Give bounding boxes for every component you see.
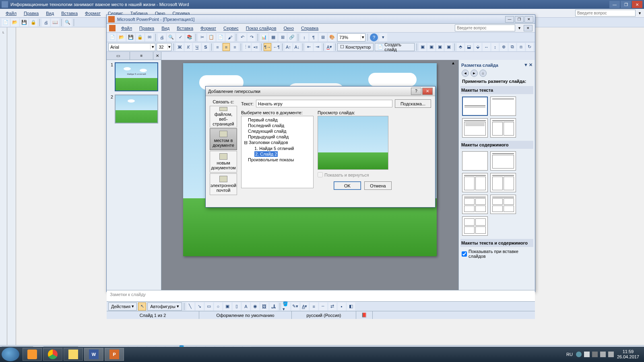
- word-ask-dropdown[interactable]: ▼: [638, 11, 642, 15]
- pp-font-color-icon-2[interactable]: A▾: [301, 302, 309, 311]
- tree-slide-2[interactable]: 2. Слайд 2: [254, 151, 278, 157]
- pp-line-icon[interactable]: ╲: [186, 302, 194, 311]
- word-minimize-button[interactable]: —: [609, 1, 620, 8]
- pp-minimize-button[interactable]: —: [505, 16, 514, 23]
- layout-content-3[interactable]: [490, 173, 516, 192]
- pp-font-color-icon[interactable]: A▾: [326, 43, 333, 51]
- pp-increase-font-icon[interactable]: A↑: [285, 43, 292, 51]
- word-maximize-button[interactable]: ❐: [621, 1, 631, 8]
- pp-menu-format[interactable]: Формат: [197, 25, 219, 31]
- pp-menu-view[interactable]: Вид: [158, 25, 173, 31]
- pp-anim2-icon[interactable]: ▣: [427, 43, 435, 51]
- pp-decrease-font-icon[interactable]: A↓: [293, 43, 301, 51]
- word-close-button[interactable]: ✕: [632, 1, 642, 8]
- pp-research-icon[interactable]: 📚: [186, 33, 194, 41]
- pp-font-combo[interactable]: ▾: [108, 43, 155, 51]
- research-icon[interactable]: 🔍: [64, 19, 72, 27]
- pp-ltr-icon[interactable]: ¶→: [264, 43, 271, 51]
- pp-align-t-icon[interactable]: ⬘: [457, 43, 464, 51]
- pp-spell-icon[interactable]: ✓: [176, 33, 184, 41]
- read-icon[interactable]: 📖: [51, 19, 59, 27]
- pp-hyperlink-icon[interactable]: 🔗: [288, 33, 296, 41]
- tray-clock[interactable]: 11:59 26.04.2017: [617, 349, 639, 360]
- layout-content-6[interactable]: [462, 216, 488, 236]
- pp-tab-slides[interactable]: ▭: [107, 52, 130, 60]
- panel-back-icon[interactable]: ◄: [462, 70, 469, 77]
- pp-color-icon[interactable]: 🎨: [328, 33, 336, 41]
- pp-center-icon[interactable]: ⊕: [500, 43, 508, 51]
- pp-chart-icon[interactable]: 📊: [260, 33, 268, 41]
- pp-align-right-icon[interactable]: ≡: [231, 43, 239, 51]
- hint-button[interactable]: Подсказка...: [395, 99, 431, 108]
- pp-new-slide-button[interactable]: 📄Создать слайд: [375, 43, 415, 51]
- pp-help-icon[interactable]: ?: [370, 33, 378, 41]
- permission-icon[interactable]: 🔒: [29, 19, 37, 27]
- pp-vtext-icon[interactable]: ▯: [233, 302, 241, 311]
- word-menu-format[interactable]: Формат: [82, 10, 104, 16]
- pp-save-icon[interactable]: 💾: [127, 33, 135, 41]
- open-icon[interactable]: 📂: [11, 19, 19, 27]
- pp-design-button[interactable]: ☐Конструктор: [337, 43, 374, 51]
- pp-permission-icon[interactable]: 🔒: [136, 33, 144, 41]
- place-tree[interactable]: Первый слайд Последний слайд Следующий с…: [241, 116, 314, 188]
- layout-title-text[interactable]: [462, 118, 488, 138]
- pp-increase-indent-icon[interactable]: ⇥: [314, 43, 322, 51]
- save-icon[interactable]: 💾: [20, 19, 28, 27]
- link-email-option[interactable]: электронной почтой: [210, 173, 237, 195]
- task-explorer[interactable]: [64, 348, 83, 361]
- slide-thumb-2[interactable]: [115, 95, 158, 123]
- pp-select-icon[interactable]: ↖: [138, 302, 146, 311]
- tree-prev-slide[interactable]: Предыдущий слайд: [242, 134, 312, 140]
- dialog-close-button[interactable]: ✕: [422, 88, 433, 95]
- tray-help-icon[interactable]: [576, 352, 582, 357]
- tray-network-icon[interactable]: [600, 352, 606, 357]
- layout-blank[interactable]: [462, 151, 488, 171]
- task-chrome[interactable]: [43, 348, 62, 361]
- word-menu-file[interactable]: Файл: [2, 10, 20, 16]
- pp-bullets-icon[interactable]: •≡: [252, 43, 260, 51]
- tree-first-slide[interactable]: Первый слайд: [242, 117, 312, 123]
- tree-titles[interactable]: ⊟ Заголовки слайдов: [242, 140, 312, 146]
- new-doc-icon[interactable]: 📄: [2, 19, 10, 27]
- pp-group-icon[interactable]: ⧉: [509, 43, 516, 51]
- pp-zoom-combo[interactable]: ▾: [337, 33, 365, 41]
- pp-line-color-icon[interactable]: ✎▾: [291, 302, 299, 311]
- pp-cut-icon[interactable]: ✂: [198, 33, 206, 41]
- pp-undo-icon[interactable]: ↶: [238, 33, 246, 41]
- pp-email-icon[interactable]: ✉: [145, 33, 153, 41]
- pp-restore-button[interactable]: ❐: [515, 16, 524, 23]
- ok-button[interactable]: OK: [334, 181, 361, 190]
- pp-menu-window[interactable]: Окно: [281, 25, 297, 31]
- layout-two-text[interactable]: [490, 118, 516, 138]
- layout-title-only[interactable]: [490, 97, 516, 116]
- pp-arrow-icon[interactable]: ↘: [196, 302, 204, 311]
- word-ask-input[interactable]: [575, 10, 636, 16]
- pp-ungroup-icon[interactable]: ⧈: [517, 43, 525, 51]
- word-menu-insert[interactable]: Вставка: [58, 10, 81, 16]
- pp-autoshapes-menu[interactable]: Автофигуры▾: [147, 302, 182, 311]
- cancel-button[interactable]: Отмена: [364, 181, 392, 190]
- tree-next-slide[interactable]: Следующий слайд: [242, 128, 312, 134]
- pp-line-style-icon[interactable]: ≡: [310, 302, 318, 311]
- layout-content-2[interactable]: [462, 173, 488, 192]
- tree-slide-1[interactable]: 1. Найди 5 отличий: [242, 146, 312, 151]
- pp-show-format-icon[interactable]: ¶: [310, 33, 318, 41]
- tray-flag-icon[interactable]: [592, 352, 598, 357]
- pp-wordart-icon[interactable]: A: [242, 302, 250, 311]
- pp-menu-edit[interactable]: Правка: [136, 25, 157, 31]
- pp-table-icon[interactable]: ▦: [269, 33, 277, 41]
- tray-volume-icon[interactable]: [608, 352, 614, 357]
- pp-dist-v-icon[interactable]: ↕: [491, 43, 499, 51]
- pp-anim3-icon[interactable]: ▣: [436, 43, 444, 51]
- pp-size-combo[interactable]: ▾: [157, 43, 171, 51]
- pp-redo-icon[interactable]: ↷: [248, 33, 256, 41]
- pp-size-input[interactable]: [157, 45, 167, 49]
- link-newdoc-option[interactable]: новым документом: [210, 151, 237, 173]
- pp-doc-close-button[interactable]: ✕: [524, 25, 533, 31]
- pp-menu-insert[interactable]: Вставка: [173, 25, 196, 31]
- pp-toolbar-options-icon[interactable]: ▾: [379, 33, 387, 41]
- pp-expand-icon[interactable]: ↕: [300, 33, 308, 41]
- pp-3d-icon[interactable]: ◧: [347, 302, 355, 311]
- pp-decrease-indent-icon[interactable]: ⇤: [305, 43, 313, 51]
- tree-last-slide[interactable]: Последний слайд: [242, 123, 312, 128]
